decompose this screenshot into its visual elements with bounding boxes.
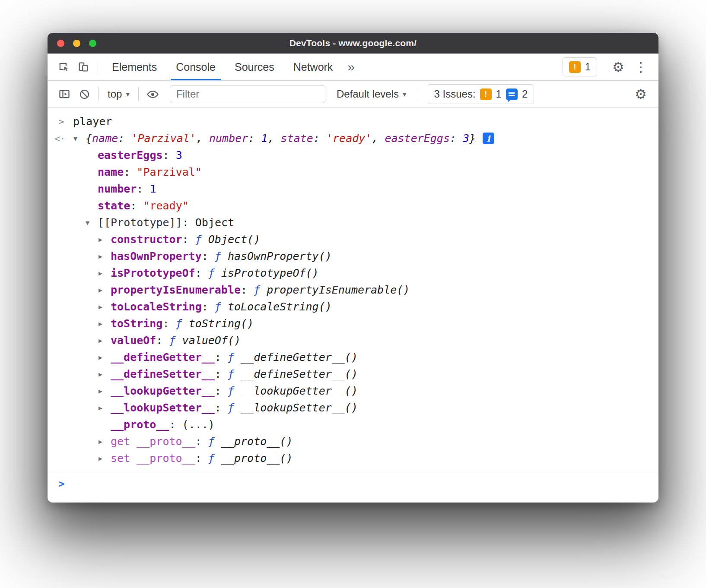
property-separator: : bbox=[241, 284, 254, 296]
error-count-button[interactable]: ! 1 bbox=[563, 57, 597, 76]
property-value: 3 bbox=[176, 149, 182, 161]
console-prompt[interactable]: > bbox=[48, 472, 658, 490]
property-expand-arrow-icon[interactable]: ▶ bbox=[99, 253, 111, 260]
preview-token: } bbox=[469, 132, 476, 145]
property-value: "Parzival" bbox=[137, 166, 202, 178]
close-window-button[interactable] bbox=[57, 40, 64, 47]
toolbar-divider bbox=[138, 87, 139, 101]
property-expand-arrow-icon[interactable]: ▶ bbox=[99, 354, 111, 361]
preview-token: state bbox=[281, 132, 313, 145]
input-echo-text: player bbox=[73, 115, 112, 128]
property-name: propertyIsEnumerable bbox=[111, 284, 241, 296]
property-value: toString() bbox=[189, 317, 254, 330]
issues-label: 3 Issues: bbox=[434, 88, 476, 100]
function-f-icon: ƒ bbox=[176, 317, 189, 330]
property-value: "ready" bbox=[143, 199, 188, 212]
preview-token: easterEggs bbox=[385, 132, 450, 145]
property-value: Object bbox=[195, 216, 234, 229]
tab-elements[interactable]: Elements bbox=[102, 54, 166, 80]
property-expand-arrow-icon[interactable]: ▶ bbox=[99, 404, 111, 412]
result-expand-arrow-icon[interactable]: ▼ bbox=[73, 135, 86, 142]
tab-sources[interactable]: Sources bbox=[225, 54, 284, 80]
object-preview[interactable]: {name: 'Parzival', number: 1, state: 're… bbox=[86, 132, 476, 145]
property-name: __proto__ bbox=[111, 418, 169, 431]
property-row: ▶number: 1 bbox=[48, 180, 658, 197]
devtools-settings-button[interactable]: ⚙ bbox=[608, 57, 628, 77]
inspect-element-button[interactable] bbox=[54, 57, 73, 77]
console-toolbar: top ▾ Default levels ▾ 3 Issues: ! 1 2 ⚙ bbox=[48, 81, 658, 108]
property-expand-arrow-icon[interactable]: ▼ bbox=[86, 219, 98, 227]
function-f-icon: ƒ bbox=[215, 300, 228, 313]
issues-button[interactable]: 3 Issues: ! 1 2 bbox=[428, 84, 534, 104]
message-bubble-lines bbox=[509, 92, 515, 94]
property-separator: : bbox=[163, 149, 176, 161]
property-separator: : bbox=[195, 435, 208, 448]
property-expand-arrow-icon[interactable]: ▶ bbox=[99, 303, 111, 311]
property-row: ▶easterEggs: 3 bbox=[48, 147, 658, 164]
property-expand-arrow-icon[interactable]: ▶ bbox=[99, 387, 111, 395]
eye-icon bbox=[146, 88, 159, 101]
property-value: __defineGetter__() bbox=[241, 351, 358, 364]
more-tabs-button[interactable]: » bbox=[342, 60, 360, 73]
main-toolbar: Elements Console Sources Network » ! 1 ⚙… bbox=[48, 54, 658, 81]
live-expression-button[interactable] bbox=[143, 84, 163, 104]
property-value: 1 bbox=[149, 183, 156, 195]
property-separator: : bbox=[215, 401, 228, 414]
clear-console-icon bbox=[79, 89, 90, 100]
preview-token: : bbox=[248, 132, 261, 145]
context-selector[interactable]: top ▾ bbox=[103, 88, 134, 100]
property-expand-arrow-icon[interactable]: ▶ bbox=[99, 337, 111, 345]
preview-token: 'ready' bbox=[326, 132, 372, 145]
property-name: hasOwnProperty bbox=[111, 250, 202, 262]
tab-network[interactable]: Network bbox=[284, 54, 343, 80]
result-return-icon: <· bbox=[54, 133, 73, 144]
preview-token: : bbox=[450, 132, 463, 145]
property-value: hasOwnProperty() bbox=[228, 250, 332, 262]
property-expand-arrow-icon[interactable]: ▶ bbox=[99, 438, 111, 446]
property-row: ▶__defineSetter__: ƒ __defineSetter__() bbox=[48, 366, 658, 383]
preview-token: , bbox=[268, 132, 281, 145]
gear-icon: ⚙ bbox=[612, 60, 624, 74]
error-count: 1 bbox=[585, 61, 591, 73]
function-f-icon: ƒ bbox=[169, 334, 182, 347]
property-name: set __proto__ bbox=[111, 452, 195, 465]
property-value: Object() bbox=[208, 233, 260, 246]
device-toolbar-icon bbox=[77, 61, 89, 73]
property-expand-arrow-icon[interactable]: ▶ bbox=[99, 286, 111, 294]
info-icon[interactable]: i bbox=[483, 133, 494, 144]
zoom-window-button[interactable] bbox=[89, 40, 96, 47]
property-expand-arrow-icon[interactable]: ▶ bbox=[99, 320, 111, 328]
chevron-down-icon: ▾ bbox=[126, 90, 130, 99]
console-sidebar-button[interactable] bbox=[54, 84, 74, 104]
main-menu-button[interactable]: ⋮ bbox=[631, 57, 651, 77]
property-separator: : bbox=[195, 267, 208, 279]
property-expand-arrow-icon[interactable]: ▶ bbox=[99, 236, 111, 243]
property-expand-arrow-icon[interactable]: ▶ bbox=[99, 269, 111, 277]
property-separator: : bbox=[124, 166, 137, 178]
property-row: ▶valueOf: ƒ valueOf() bbox=[48, 332, 658, 349]
property-name: name bbox=[98, 166, 124, 178]
property-value: __proto__() bbox=[221, 452, 293, 465]
console-sidebar-icon bbox=[58, 88, 70, 100]
context-label: top bbox=[108, 88, 122, 100]
clear-console-button[interactable] bbox=[74, 84, 94, 104]
filter-input[interactable] bbox=[170, 85, 325, 103]
chevron-down-icon: ▾ bbox=[403, 90, 407, 99]
property-expand-arrow-icon[interactable]: ▶ bbox=[99, 455, 111, 462]
log-levels-selector[interactable]: Default levels ▾ bbox=[332, 88, 411, 100]
property-expand-arrow-icon[interactable]: ▶ bbox=[99, 370, 111, 378]
device-toolbar-button[interactable] bbox=[73, 57, 93, 77]
function-f-icon: ƒ bbox=[228, 401, 241, 414]
property-row: ▶constructor: ƒ Object() bbox=[48, 231, 658, 248]
console-settings-button[interactable]: ⚙ bbox=[631, 84, 651, 104]
property-row: ▶__lookupGetter__: ƒ __lookupGetter__() bbox=[48, 383, 658, 399]
property-separator: : bbox=[169, 418, 182, 431]
property-value[interactable]: (...) bbox=[182, 418, 215, 431]
property-name: __defineGetter__ bbox=[111, 351, 215, 364]
log-levels-label: Default levels bbox=[337, 88, 399, 100]
tab-console[interactable]: Console bbox=[166, 54, 225, 80]
property-name: number bbox=[98, 183, 137, 195]
minimize-window-button[interactable] bbox=[73, 40, 80, 47]
property-row: ▼[[Prototype]]: Object bbox=[48, 214, 658, 231]
console-input-echo: > player bbox=[48, 113, 658, 130]
